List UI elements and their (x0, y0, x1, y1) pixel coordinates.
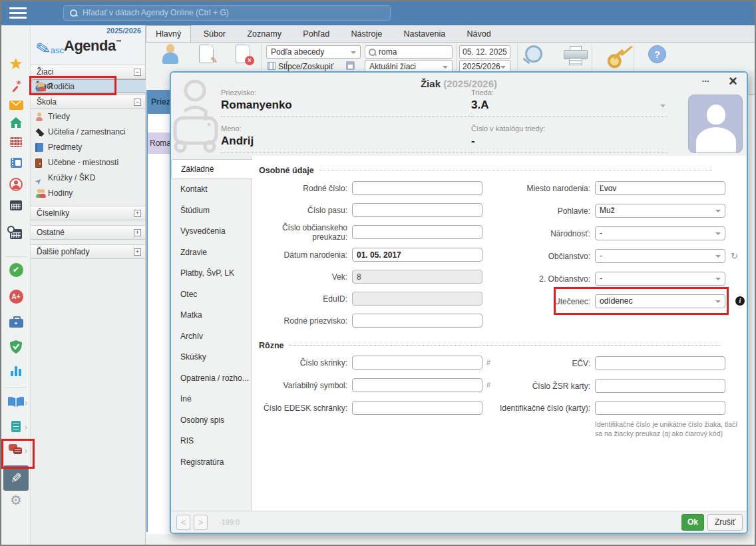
dialog-tab-otec[interactable]: Otec (171, 284, 251, 306)
table-row-selected[interactable]: Roman (148, 133, 170, 154)
sidebar-group-dalsie-pohlady[interactable]: Ďalšie pohľady + (31, 244, 145, 259)
sidebar-group-skola[interactable]: Škola − (31, 95, 145, 109)
dialog-tab-ine[interactable]: Iné (171, 389, 251, 410)
favorites-star-icon[interactable]: ★ (1, 56, 31, 72)
calendar-icon[interactable] (1, 200, 31, 213)
expand-icon[interactable]: + (134, 248, 141, 256)
sidebar-item-kruzky[interactable]: ➤ Krúžky / ŠKD (31, 170, 145, 186)
tab-nastavenia[interactable]: Nastavenia (395, 26, 455, 43)
prev-record-button[interactable]: < (176, 515, 190, 530)
next-record-button[interactable]: > (194, 515, 208, 530)
shield-check-icon[interactable] (1, 340, 31, 357)
cislo-zsr-input[interactable] (595, 379, 725, 393)
druhe-obcianstvo-select[interactable]: - (595, 272, 725, 286)
tab-subor[interactable]: Súbor (194, 26, 235, 43)
cislo-pasu-input[interactable] (352, 203, 482, 217)
dialog-tab-ris[interactable]: RIS (171, 431, 251, 452)
global-search-input[interactable]: Hľadať v dátach Agendy Online (Ctrl + G) (63, 5, 391, 21)
sort-select[interactable]: Podľa abecedy (266, 45, 361, 59)
communication-chat-icon[interactable]: › (1, 444, 31, 459)
cancel-button[interactable]: Zrušiť (707, 514, 743, 531)
collapse-icon[interactable]: − (134, 99, 141, 106)
student-photo-placeholder[interactable] (688, 95, 743, 153)
documents-icon[interactable]: › (1, 421, 31, 435)
dialog-tab-platby[interactable]: Platby, ŠvP, LK (171, 263, 251, 284)
search-tool-icon[interactable] (522, 45, 545, 68)
tab-hlavny[interactable]: Hlavný (146, 25, 191, 42)
ok-button[interactable]: Ok (681, 514, 704, 531)
table-header-priezvisko[interactable]: Priezv (148, 90, 170, 114)
refresh-icon[interactable]: ↻ (731, 251, 738, 261)
edit-document-button[interactable]: ✎ (199, 45, 214, 63)
tab-navod[interactable]: Návod (458, 26, 500, 43)
variabilny-symbol-input[interactable] (352, 378, 482, 392)
briefcase-icon[interactable] (1, 316, 31, 330)
new-student-button[interactable] (161, 44, 180, 67)
miesto-narodenia-input[interactable] (595, 181, 725, 195)
sidebar-item-rodicia[interactable]: Rodičia (31, 79, 145, 95)
statistics-bars-icon[interactable] (1, 366, 31, 379)
key-icon[interactable] (600, 41, 632, 73)
cislo-edesk-input[interactable] (352, 401, 482, 415)
tab-zoznamy[interactable]: Zoznamy (238, 26, 290, 43)
pohlavie-select[interactable]: Muž (595, 204, 725, 218)
dialog-tab-skusky[interactable]: Skúšky (171, 347, 251, 368)
dialog-tab-zdravie[interactable]: Zdravie (171, 242, 251, 264)
contacts-person-icon[interactable] (1, 178, 31, 194)
sidebar-group-ostatne[interactable]: Ostatné + (31, 225, 145, 240)
info-icon[interactable]: i (735, 296, 745, 306)
expand-icon[interactable]: + (134, 210, 141, 217)
dialog-tab-registratura[interactable]: Registratúra (171, 452, 251, 473)
attendance-check-icon[interactable]: ✔ (1, 263, 31, 277)
agenda-pencil-icon[interactable]: ✎ (3, 465, 29, 491)
dialog-tab-opatrenia[interactable]: Opatrenia / rozho... (171, 368, 251, 390)
utecenec-select[interactable]: odídenec (595, 294, 725, 308)
cislo-skrinky-input[interactable] (352, 356, 482, 370)
dialog-tab-kontakt[interactable]: Kontakt (171, 179, 251, 200)
sidebar-item-ucebne[interactable]: Učebne - miestnosti (31, 155, 145, 170)
tab-nastroje[interactable]: Nástroje (342, 26, 392, 43)
sidebar-group-ciselniky[interactable]: Číselníky + (31, 206, 145, 220)
ecv-input[interactable] (595, 356, 725, 370)
sidebar-item-hodiny[interactable]: Hodiny (31, 186, 145, 201)
timetable-grid-icon[interactable] (1, 137, 31, 150)
tab-pohlad[interactable]: Pohľad (293, 26, 339, 43)
rodne-cislo-input[interactable] (352, 181, 482, 195)
obcianstvo-select[interactable]: - (595, 249, 725, 263)
grades-a-plus-icon[interactable]: A+ (1, 290, 31, 304)
dialog-tab-osobny-spis[interactable]: Osobný spis (171, 410, 251, 431)
close-icon[interactable]: × (729, 74, 737, 89)
printer-icon[interactable] (564, 46, 588, 66)
more-options-icon[interactable]: ••• (702, 78, 709, 84)
catalog-number-field[interactable]: Číslo v katalógu triedy: - (471, 125, 668, 153)
columns-icon[interactable] (268, 62, 276, 70)
cislo-op-input[interactable] (352, 225, 482, 239)
collapse-icon[interactable]: − (134, 69, 141, 76)
dialog-tab-matka[interactable]: Matka (171, 305, 251, 326)
messages-envelope-icon[interactable] (1, 101, 31, 113)
dialog-tab-studium[interactable]: Štúdium (171, 200, 251, 222)
save-layout-icon[interactable] (346, 61, 355, 70)
rodne-priezvisko-input[interactable] (352, 314, 482, 328)
class-select[interactable]: Trieda: 3.A (471, 89, 668, 117)
magic-wand-icon[interactable] (1, 81, 31, 96)
dialog-tab-archiv[interactable]: Archív (171, 326, 251, 348)
date-field[interactable]: 05. 12. 2025 (459, 45, 510, 59)
settings-gear-icon[interactable]: ⚙ (1, 493, 31, 507)
help-icon[interactable]: ? (648, 45, 666, 63)
expand-icon[interactable]: + (134, 229, 141, 236)
sidebar-item-predmety[interactable]: Predmety (31, 140, 145, 155)
sidebar-item-ucitelia[interactable]: Učitelia / zamestnanci (31, 125, 145, 140)
notebook-icon[interactable] (1, 158, 31, 170)
calendar-clock-icon[interactable] (1, 229, 31, 242)
library-book-icon[interactable]: › (1, 396, 31, 411)
dialog-tab-zakladne[interactable]: Základné (171, 159, 252, 179)
identifikacne-cislo-input[interactable] (595, 401, 725, 415)
hamburger-menu-icon[interactable] (9, 7, 27, 19)
narodnost-select[interactable]: - (595, 226, 725, 240)
dialog-tab-vysvedcenia[interactable]: Vysvedčenia (171, 221, 251, 242)
sidebar-item-triedy[interactable]: Triedy (31, 109, 145, 125)
filter-search-input[interactable]: roma (365, 45, 453, 59)
surname-field[interactable]: Priezvisko: Romanyenko (221, 89, 471, 117)
firstname-field[interactable]: Meno: Andrij (221, 125, 471, 153)
